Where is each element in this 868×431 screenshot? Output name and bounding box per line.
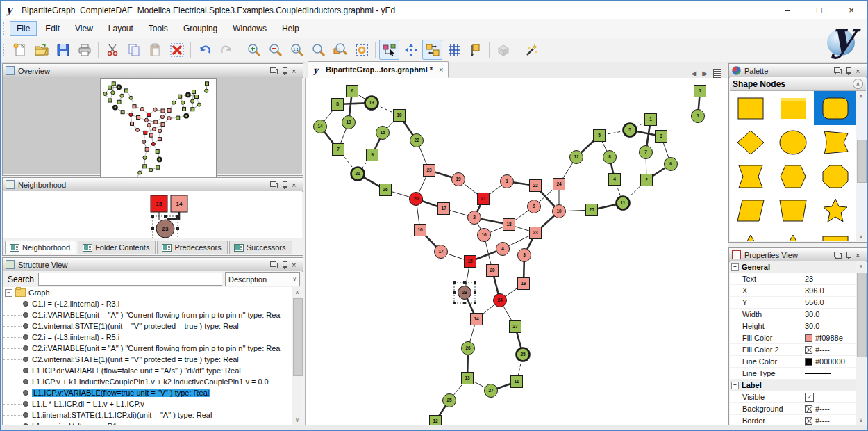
menu-edit[interactable]: Edit	[38, 21, 67, 36]
float-icon[interactable]	[271, 181, 278, 188]
palette-shape-parallelogram[interactable]	[730, 193, 772, 227]
property-group-label[interactable]: −Label	[730, 380, 856, 391]
scroll-down-icon[interactable]: ∨	[856, 415, 866, 425]
menu-view[interactable]: View	[68, 21, 100, 36]
pan-button[interactable]	[401, 40, 421, 60]
palette-shape-rectangle-plain[interactable]	[772, 91, 815, 125]
prev-tab-icon[interactable]: ◀	[692, 70, 697, 77]
magic-wand-button[interactable]	[521, 40, 541, 60]
overview-panel-header[interactable]: Overview ×	[3, 64, 303, 78]
open-button[interactable]	[31, 40, 51, 60]
close-icon[interactable]: ×	[292, 67, 299, 74]
palette-shape-triangle-2[interactable]	[772, 227, 815, 241]
palette-shape-triangle[interactable]	[730, 227, 772, 241]
palette-shape-round-rectangle[interactable]	[814, 91, 856, 125]
property-row-line-type[interactable]: Line Type	[730, 368, 856, 380]
palette-shape-trapezoid[interactable]	[772, 193, 815, 227]
pin-icon[interactable]	[845, 67, 852, 74]
zoom-in-button[interactable]	[244, 40, 264, 60]
tree-item[interactable]: L1.ICP.v:VARIABLE(flow=true unit = "V" )…	[3, 387, 292, 398]
scrollbar-thumb[interactable]	[293, 298, 303, 376]
properties-panel-header[interactable]: Properties View ×	[729, 248, 867, 262]
property-row-x[interactable]: X396.0	[730, 285, 856, 297]
undo-button[interactable]	[194, 40, 215, 60]
zoom-selection-button[interactable]	[330, 40, 350, 60]
grid-button[interactable]	[444, 40, 464, 60]
group-expander-icon[interactable]: −	[731, 382, 739, 389]
structure-scrollbar[interactable]: ∧ ∨	[292, 287, 302, 425]
paste-button[interactable]	[145, 40, 165, 60]
zoom-out-button[interactable]	[265, 40, 285, 60]
tree-item[interactable]: L1.ICP.di:VARIABLE(flow=false unit = "A/…	[3, 365, 292, 376]
float-icon[interactable]	[271, 67, 278, 74]
tree-item[interactable]: C2.i:VARIABLE(unit = "A" ) "Current flow…	[3, 343, 292, 354]
palette-shape-ellipse[interactable]	[772, 125, 815, 159]
palette-shape-star-5[interactable]	[814, 193, 856, 227]
menu-windows[interactable]: Windows	[226, 21, 274, 36]
next-tab-icon[interactable]: ▶	[702, 70, 708, 77]
tree-item[interactable]: C1.vinternal:STATE(1)(unit = "V" protect…	[3, 320, 292, 332]
tree-root-row[interactable]: −Graph	[3, 287, 292, 298]
collapse-section-icon[interactable]: ∧	[853, 79, 863, 89]
copy-button[interactable]	[124, 40, 144, 60]
document-tab[interactable]: y BipartiteGrap...tors.graphml * ×	[308, 61, 449, 78]
tree-item[interactable]: C2.i = (-L3.iinternal) - R5.i	[3, 332, 292, 343]
tab-neighborhood[interactable]: Neighborhood	[5, 241, 76, 254]
tree-item[interactable]: C1.i:VARIABLE(unit = "A" ) "Current flow…	[3, 309, 292, 320]
delete-button[interactable]	[167, 40, 187, 60]
palette-shape-rectangle[interactable]	[730, 91, 772, 125]
scroll-down-icon[interactable]: ∨	[856, 231, 866, 241]
no-color-swatch[interactable]	[805, 417, 812, 425]
pin-icon[interactable]	[281, 181, 288, 188]
property-row-y[interactable]: Y556.0	[730, 297, 856, 309]
cut-button[interactable]	[102, 40, 122, 60]
color-swatch[interactable]	[805, 358, 812, 366]
menu-file[interactable]: File	[10, 21, 37, 36]
menu-layout[interactable]: Layout	[101, 21, 140, 36]
property-row-border[interactable]: Border#----	[730, 415, 856, 425]
structure-panel-header[interactable]: Structure View ×	[3, 258, 303, 272]
pin-icon[interactable]	[845, 252, 852, 259]
menu-tools[interactable]: Tools	[142, 21, 175, 36]
close-icon[interactable]: ×	[292, 261, 299, 268]
group-expander-icon[interactable]: −	[731, 263, 739, 271]
tab-folder-contents[interactable]: Folder Contents	[78, 241, 156, 254]
palette-shape-rectangle-3[interactable]	[814, 227, 856, 241]
float-icon[interactable]	[835, 67, 842, 74]
no-color-swatch[interactable]	[805, 405, 812, 413]
close-icon[interactable]: ×	[856, 252, 862, 259]
palette-shape-diamond[interactable]	[730, 125, 772, 159]
close-icon[interactable]: ×	[292, 181, 299, 188]
pin-icon[interactable]	[281, 67, 288, 74]
search-input[interactable]	[38, 273, 222, 286]
float-icon[interactable]	[271, 261, 278, 268]
pin-icon[interactable]	[281, 261, 288, 268]
close-icon[interactable]: ×	[856, 67, 862, 74]
fit-content-button[interactable]	[351, 40, 372, 60]
cube-button[interactable]	[493, 40, 513, 60]
palette-shape-fat-arrow[interactable]	[814, 125, 856, 159]
tree-item[interactable]: C2.vinternal:STATE(1)(unit = "V" protect…	[3, 354, 292, 365]
snap-lines-button[interactable]	[422, 40, 442, 60]
scrollbar-thumb[interactable]	[857, 273, 867, 357]
neighborhood-panel-header[interactable]: Neighborhood ×	[3, 178, 303, 192]
no-color-swatch[interactable]	[805, 346, 812, 354]
filter-dropdown[interactable]: Description ∨	[225, 272, 300, 286]
property-row-height[interactable]: Height30.0	[730, 320, 856, 332]
property-row-line-color[interactable]: Line Color#000000	[730, 356, 856, 368]
color-swatch[interactable]	[805, 334, 812, 342]
property-row-text[interactable]: Text23	[730, 273, 856, 285]
property-row-visible[interactable]: Visible✓	[730, 391, 856, 403]
tab-successors[interactable]: Successors	[229, 241, 292, 254]
scroll-up-icon[interactable]: ∧	[856, 261, 866, 271]
properties-scrollbar[interactable]: ∧ ∨	[856, 261, 866, 425]
float-icon[interactable]	[835, 252, 842, 259]
edit-mode-button[interactable]	[379, 40, 399, 60]
scroll-up-icon[interactable]: ∧	[856, 91, 866, 101]
minimize-button[interactable]: –	[771, 1, 803, 19]
palette-shape-hexagon[interactable]	[772, 159, 815, 193]
menu-help[interactable]: Help	[275, 21, 306, 36]
scrollbar-thumb[interactable]	[857, 140, 867, 183]
graph-canvas[interactable]: 6813101419152279212611155371286422511272…	[305, 78, 728, 426]
tree-item[interactable]: L1.L * L1.ICP.di = L1.v + L1.ICP.v	[3, 398, 292, 409]
